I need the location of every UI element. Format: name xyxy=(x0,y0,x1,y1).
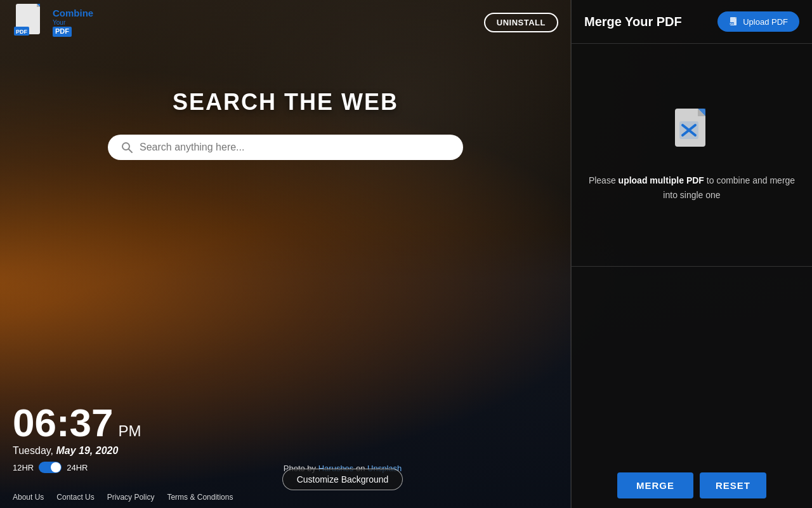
footer-privacy-policy[interactable]: Privacy Policy xyxy=(107,493,155,502)
right-panel-header: Merge Your PDF PDF Upload PDF xyxy=(572,0,812,44)
document-icon: PDF xyxy=(729,17,739,27)
logo-icon: PDF xyxy=(13,3,48,42)
toggle-switch[interactable] xyxy=(39,462,62,473)
logo-pdf: PDF xyxy=(53,27,72,36)
search-icon xyxy=(121,141,133,154)
svg-line-6 xyxy=(129,149,132,152)
clock-time: 06:37 xyxy=(13,403,114,443)
pdf-icon-svg xyxy=(670,107,714,158)
topbar: PDF Combine Your PDF UNINSTALL xyxy=(0,0,571,44)
merge-button[interactable]: MERGE xyxy=(617,472,693,498)
logo-area: PDF Combine Your PDF xyxy=(13,3,93,42)
upload-pdf-label: Upload PDF xyxy=(743,17,788,27)
search-bar xyxy=(108,135,463,160)
label-12hr: 12HR xyxy=(13,463,34,472)
search-input[interactable] xyxy=(140,142,450,153)
reset-button[interactable]: RESET xyxy=(700,472,766,498)
customize-background-button[interactable]: Customize Background xyxy=(282,469,403,490)
logo-your: Your xyxy=(53,19,93,27)
toggle-knob xyxy=(51,462,61,472)
svg-text:PDF: PDF xyxy=(16,29,28,35)
right-panel: Merge Your PDF PDF Upload PDF xyxy=(571,0,812,508)
right-panel-footer: MERGE RESET xyxy=(572,463,812,508)
footer-about-us[interactable]: About Us xyxy=(13,493,44,502)
footer-terms[interactable]: Terms & Conditions xyxy=(167,493,233,502)
upload-text-plain: Please xyxy=(589,175,619,185)
label-24hr: 24HR xyxy=(67,463,88,472)
upload-instruction-text: Please upload multiple PDF to combine an… xyxy=(584,173,799,202)
clock-date-prefix: Tuesday, xyxy=(13,445,56,456)
upload-pdf-button[interactable]: PDF Upload PDF xyxy=(717,11,799,32)
right-panel-content: Please upload multiple PDF to combine an… xyxy=(572,44,812,267)
search-area: SEARCH THE WEB xyxy=(0,89,571,160)
svg-text:PDF: PDF xyxy=(730,23,734,25)
upload-text-bold: upload multiple PDF xyxy=(619,175,704,185)
right-panel-spacer xyxy=(572,267,812,464)
logo-combine: Combine xyxy=(53,8,93,19)
footer-contact-us[interactable]: Contact Us xyxy=(56,493,94,502)
footer-links: About Us Contact Us Privacy Policy Terms… xyxy=(13,493,233,502)
time-format-toggle: 12HR 24HR xyxy=(13,462,141,473)
clock-area: 06:37 PM Tuesday, May 19, 2020 12HR 24HR xyxy=(13,403,141,473)
clock-time-display: 06:37 PM xyxy=(13,403,141,443)
clock-date: Tuesday, May 19, 2020 xyxy=(13,445,141,457)
pdf-placeholder-icon xyxy=(670,107,714,161)
clock-ampm: PM xyxy=(119,424,141,439)
merge-title: Merge Your PDF xyxy=(584,15,682,29)
clock-date-bold: May 19, 2020 xyxy=(56,445,118,456)
uninstall-button[interactable]: UNINSTALL xyxy=(484,13,558,32)
search-title: SEARCH THE WEB xyxy=(173,89,398,116)
